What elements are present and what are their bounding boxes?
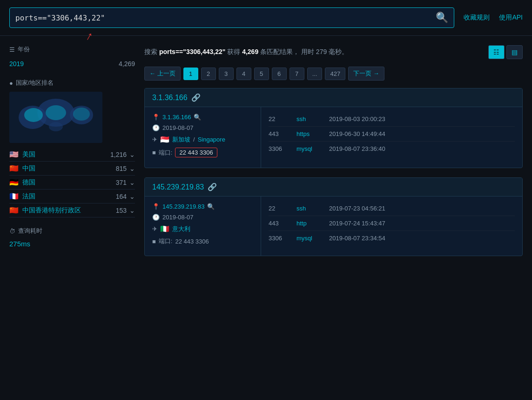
query-time-title: ⏱ 查询耗时 [9, 227, 135, 235]
location-icon: 📍 [152, 114, 160, 121]
sidebar-country-section: ● 国家/地区排名 [9, 79, 135, 217]
sidebar-year-section: ☰ 年份 2019 4,269 [9, 45, 135, 69]
result-services-2: 22 ssh 2019-07-23 04:56:21 443 http 2019… [261, 197, 522, 256]
header-links: 收藏规则 使用API [464, 14, 523, 22]
meta-ports-1: ■ 端口: 22 443 3306 [152, 148, 253, 157]
page-btn-7[interactable]: 7 [290, 68, 304, 80]
meta-country-1: ✈ 🇸🇬 新加坡 / Singapore [152, 135, 253, 144]
country-row-cn[interactable]: 🇨🇳 中国 815 ⌄ [9, 162, 135, 176]
search-input[interactable]: ports=="3306,443,22" [15, 14, 436, 22]
search-small-icon-2[interactable]: 🔍 [207, 203, 215, 210]
world-map-svg [9, 92, 102, 143]
meta-date-2: 🕐 2019-08-07 [152, 214, 253, 221]
location-icon-2: 📍 [152, 203, 160, 210]
prev-page-btn[interactable]: ← 上一页 [144, 67, 181, 81]
result-card-1-body: 📍 3.1.36.166 🔍 🕐 2019-08-07 ✈ 🇸🇬 新加坡 / S… [145, 107, 522, 168]
pagination: ← 上一页 1 2 3 4 5 6 7 ... 427 下一页 → [144, 67, 523, 81]
results-info: 搜索 ports=="3306,443,22" 获得 4,269 条匹配结果， … [144, 48, 348, 56]
flag-it-2: 🇮🇹 [160, 224, 169, 233]
page-btn-1[interactable]: 1 [183, 68, 198, 80]
chevron-icon: ⌄ [129, 207, 135, 214]
result-meta-2: 📍 145.239.219.83 🔍 🕐 2019-08-07 ✈ 🇮🇹 意大利 [145, 197, 261, 256]
flag-cn: 🇨🇳 [9, 164, 19, 173]
page-btn-6[interactable]: 6 [272, 68, 287, 80]
chevron-icon: ⌄ [129, 151, 135, 158]
query-time-value: 275ms [9, 240, 135, 248]
calendar-icon-2: 🕐 [152, 214, 160, 221]
result-ip-2[interactable]: 145.239.219.83 🔗 [152, 183, 515, 191]
main-layout: ☰ 年份 2019 4,269 ● 国家/地区排名 [0, 36, 532, 275]
sidebar: ☰ 年份 2019 4,269 ● 国家/地区排名 [9, 45, 135, 265]
meta-date-1: 🕐 2019-08-07 [152, 124, 253, 131]
link-icon-2: 🔗 [208, 183, 217, 191]
result-card-2-header: 145.239.219.83 🔗 [145, 178, 522, 197]
country-row-us[interactable]: 🇺🇸 美国 1,216 ⌄ [9, 148, 135, 162]
meta-ports-2: ■ 端口: 22 443 3306 [152, 237, 253, 245]
chevron-icon: ⌄ [129, 165, 135, 172]
meta-ip-2: 📍 145.239.219.83 🔍 [152, 203, 253, 210]
grid-view-btn[interactable]: ☷ [488, 45, 505, 59]
service-row-2-2: 3306 mysql 2019-08-07 23:34:54 [269, 231, 515, 245]
port-icon: ■ [152, 149, 156, 156]
sidebar-query-time: ⏱ 查询耗时 275ms [9, 227, 135, 248]
calendar-icon: 🕐 [152, 124, 160, 131]
country-row-hk[interactable]: 🇨🇳 中国香港特别行政区 153 ⌄ [9, 203, 135, 217]
svg-point-5 [24, 108, 43, 122]
search-small-icon[interactable]: 🔍 [194, 114, 201, 121]
result-card-2-body: 📍 145.239.219.83 🔍 🕐 2019-08-07 ✈ 🇮🇹 意大利 [145, 197, 522, 256]
sidebar-year-title: ☰ 年份 [9, 45, 135, 54]
country-row-de[interactable]: 🇩🇪 德国 371 ⌄ [9, 176, 135, 190]
search-icon[interactable]: 🔍 [436, 12, 448, 24]
clock-icon: ⏱ [9, 228, 15, 235]
link-icon-1: 🔗 [191, 93, 201, 102]
result-meta-1: 📍 3.1.36.166 🔍 🕐 2019-08-07 ✈ 🇸🇬 新加坡 / S… [145, 107, 261, 168]
next-page-btn[interactable]: 下一页 → [348, 67, 384, 81]
globe-icon: ● [9, 80, 13, 87]
ports-box-1: 22 443 3306 [175, 148, 217, 157]
content: 搜索 ports=="3306,443,22" 获得 4,269 条匹配结果， … [144, 45, 523, 265]
page-btn-2[interactable]: 2 [201, 68, 216, 80]
page-btn-4[interactable]: 4 [236, 68, 251, 80]
chart-view-btn[interactable]: ▤ [506, 45, 523, 59]
meta-ip-1: 📍 3.1.36.166 🔍 [152, 114, 253, 121]
page-btn-5[interactable]: 5 [254, 68, 269, 80]
service-row-2-1: 443 http 2019-07-24 15:43:47 [269, 216, 515, 231]
flag-fr: 🇫🇷 [9, 192, 19, 201]
country-row-fr[interactable]: 🇫🇷 法国 164 ⌄ [9, 190, 135, 203]
port-icon-2: ■ [152, 238, 156, 245]
svg-point-7 [46, 105, 66, 120]
page-btn-427[interactable]: 427 [325, 68, 345, 80]
flag-us: 🇺🇸 [9, 150, 19, 159]
bookmark-link[interactable]: 收藏规则 [464, 14, 490, 22]
search-box: ports=="3306,443,22" 🔍 ↑ [9, 7, 454, 28]
result-ip-1[interactable]: 3.1.36.166 🔗 [152, 93, 515, 102]
plane-icon: ✈ [152, 136, 157, 143]
service-row-1-2: 3306 mysql 2019-08-07 23:36:40 [269, 142, 515, 156]
chevron-icon: ⌄ [129, 179, 135, 186]
world-map [9, 92, 102, 143]
svg-point-6 [73, 108, 90, 121]
service-row-2-0: 22 ssh 2019-07-23 04:56:21 [269, 201, 515, 216]
result-services-1: 22 ssh 2019-08-03 20:00:23 443 https 201… [261, 107, 522, 168]
svg-point-4 [49, 122, 63, 131]
result-card-2: 145.239.219.83 🔗 📍 145.239.219.83 🔍 🕐 20… [144, 177, 523, 256]
flag-sg-1: 🇸🇬 [160, 135, 169, 144]
sidebar-year-row[interactable]: 2019 4,269 [9, 58, 135, 69]
list-icon: ☰ [9, 46, 15, 53]
service-row-1-1: 443 https 2019-06-30 14:49:44 [269, 127, 515, 142]
result-card-1-header: 3.1.36.166 🔗 [145, 88, 522, 107]
page-btn-3[interactable]: 3 [219, 68, 234, 80]
results-header: 搜索 ports=="3306,443,22" 获得 4,269 条匹配结果， … [144, 45, 523, 59]
page-btn-ellipsis: ... [307, 68, 323, 80]
sidebar-country-title: ● 国家/地区排名 [9, 79, 135, 87]
plane-icon-2: ✈ [152, 225, 157, 232]
header: ports=="3306,443,22" 🔍 ↑ 收藏规则 使用API [0, 0, 532, 36]
result-card-1: 3.1.36.166 🔗 📍 3.1.36.166 🔍 🕐 2019-08-07 [144, 88, 523, 168]
chevron-icon: ⌄ [129, 193, 135, 200]
meta-country-2: ✈ 🇮🇹 意大利 [152, 224, 253, 233]
api-link[interactable]: 使用API [499, 14, 523, 22]
flag-de: 🇩🇪 [9, 178, 19, 187]
view-toggle: ☷ ▤ [488, 45, 523, 59]
service-row-1-0: 22 ssh 2019-08-03 20:00:23 [269, 112, 515, 127]
flag-hk: 🇨🇳 [9, 206, 19, 215]
